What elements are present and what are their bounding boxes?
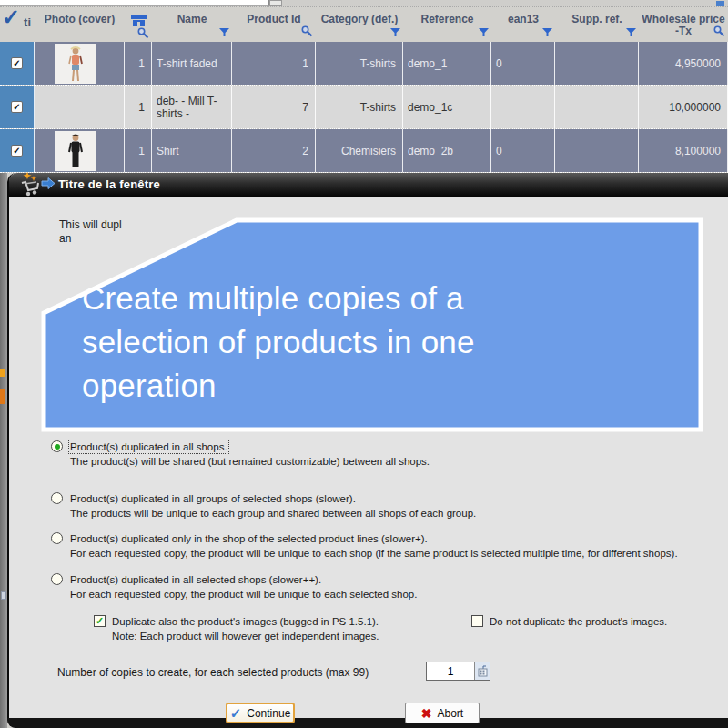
checkbox-unchecked[interactable] xyxy=(471,615,483,627)
product-id-cell: 1 xyxy=(232,42,316,85)
reference-cell: demo_1c xyxy=(403,86,491,128)
product-table: ✓ ti Photo (cover) Name Product Id xyxy=(0,6,728,173)
dialog-titlebar[interactable]: Titre de la fenêtre xyxy=(9,173,728,197)
top-input-sliver xyxy=(0,0,269,6)
supp-ref-cell xyxy=(555,86,639,128)
top-edge-strip xyxy=(0,0,728,6)
col-header-name[interactable]: Name xyxy=(152,7,232,42)
select-col-label: ti xyxy=(24,16,31,28)
checkbox-duplicate-images: ✓ Duplicate also the product's images (b… xyxy=(94,615,379,642)
col-header-ean13[interactable]: ean13 xyxy=(491,7,555,42)
table-header: ✓ ti Photo (cover) Name Product Id xyxy=(0,6,728,42)
ean13-cell xyxy=(491,86,555,128)
col-header-select[interactable]: ✓ ti xyxy=(0,7,35,42)
checkbox-note: Note: Each product will however get inde… xyxy=(112,631,379,642)
row-checkbox[interactable]: ✓ xyxy=(11,145,23,157)
filter-funnel-icon[interactable] xyxy=(479,28,489,40)
option-label[interactable]: Product(s) duplicated in all groups of s… xyxy=(70,493,356,504)
background-left-strip xyxy=(0,173,7,728)
checkbox-label[interactable]: Do not duplicate the product's images. xyxy=(490,616,667,627)
abort-button[interactable]: ✖ Abort xyxy=(405,703,480,723)
option-duplicate-shop-of-lines: Product(s) duplicated only in the shop o… xyxy=(51,532,678,559)
continue-button[interactable]: ✓ Continue xyxy=(226,703,295,723)
name-cell: deb- - Mill T-shirts - xyxy=(152,86,232,128)
col-header-product-id[interactable]: Product Id xyxy=(232,7,316,42)
shops-cell: 1 xyxy=(125,86,152,128)
radio-unselected[interactable] xyxy=(51,532,63,544)
checkbox-checked[interactable]: ✓ xyxy=(94,615,106,627)
product-photo xyxy=(55,131,96,171)
col-header-photo[interactable]: Photo (cover) xyxy=(35,7,125,42)
dialog-bottom-edge xyxy=(7,718,728,728)
filter-funnel-icon[interactable] xyxy=(542,28,552,40)
option-description: The product(s) will be shared (but remai… xyxy=(70,456,430,467)
photo-cell xyxy=(35,42,125,85)
shops-cell: 1 xyxy=(125,129,152,172)
ean13-cell: 0 xyxy=(491,129,555,172)
wholesale-price-cell: 10,000000 xyxy=(639,86,728,128)
dialog-title: Titre de la fenêtre xyxy=(58,177,160,191)
reference-cell: demo_2b xyxy=(403,129,491,172)
option-description: The products will be unique to each grou… xyxy=(70,508,476,519)
category-cell: Chemisiers xyxy=(316,129,403,172)
copies-count-label: Number of copies to create, for each sel… xyxy=(57,666,369,679)
col-header-shops[interactable] xyxy=(125,7,152,42)
duplicate-products-dialog: Titre de la fenêtre This will dupl an Cr… xyxy=(7,173,728,728)
top-grip xyxy=(269,0,282,6)
checkbox-no-duplicate-images: Do not duplicate the product's images. xyxy=(471,615,667,627)
table-row[interactable]: ✓ 1 deb- - Mill T-shirts - 7 T-shirts de… xyxy=(0,86,728,129)
table-row[interactable]: ✓ 1 T-shirt faded 1 T-shirts demo_1 0 xyxy=(0,42,728,86)
filter-funnel-icon[interactable] xyxy=(390,28,400,40)
search-icon[interactable] xyxy=(713,25,725,40)
search-icon[interactable] xyxy=(301,25,313,40)
wholesale-price-cell: 8,100000 xyxy=(639,129,728,172)
product-id-cell: 7 xyxy=(232,86,316,128)
shops-cell: 1 xyxy=(125,42,152,85)
calculator-spin-button[interactable] xyxy=(474,662,490,680)
col-header-reference[interactable]: Reference xyxy=(403,7,491,42)
table-row[interactable]: ✓ 1 Shirt 2 Chemisiers demo_2b 0 8,10000… xyxy=(0,129,728,173)
wholesale-price-cell: 4,950000 xyxy=(639,42,728,85)
option-duplicate-groups: Product(s) duplicated in all groups of s… xyxy=(51,492,476,519)
abort-button-label: Abort xyxy=(438,707,464,720)
product-photo xyxy=(55,44,96,84)
col-header-supp-ref[interactable]: Supp. ref. xyxy=(555,7,639,42)
category-cell: T-shirts xyxy=(316,86,403,128)
photo-cell xyxy=(35,129,125,172)
copies-count-group xyxy=(426,662,490,681)
cross-icon: ✖ xyxy=(421,706,432,721)
col-label: Supp. ref. xyxy=(571,13,622,25)
option-label[interactable]: Product(s) duplicated only in the shop o… xyxy=(70,533,428,544)
row-checkbox[interactable]: ✓ xyxy=(11,101,23,113)
col-label: Product Id xyxy=(247,13,300,25)
search-icon[interactable] xyxy=(137,27,149,42)
col-header-wholesale-price[interactable]: Wholesale price -Tx xyxy=(639,7,728,42)
background-small-widget xyxy=(1,592,6,600)
option-duplicate-all-shops: Product(s) duplicated in all shops. The … xyxy=(51,440,430,467)
checkbox-label[interactable]: Duplicate also the product's images (bug… xyxy=(112,616,379,627)
col-label: Category (def.) xyxy=(321,13,399,25)
col-label: Name xyxy=(177,13,207,25)
option-description: For each requested copy, the product wil… xyxy=(70,548,678,559)
copies-count-input[interactable] xyxy=(427,662,474,680)
col-label: ean13 xyxy=(508,13,539,25)
category-cell: T-shirts xyxy=(316,42,403,85)
option-description: For each requested copy, the product wil… xyxy=(70,589,417,600)
filter-funnel-icon[interactable] xyxy=(626,28,636,40)
product-id-cell: 2 xyxy=(232,129,316,172)
radio-selected[interactable] xyxy=(51,440,63,452)
col-header-category[interactable]: Category (def.) xyxy=(316,7,403,42)
photo-cell xyxy=(35,86,125,128)
filter-funnel-icon[interactable] xyxy=(219,28,229,40)
check-icon: ✓ xyxy=(230,705,242,722)
radio-unselected[interactable] xyxy=(51,573,63,585)
option-label[interactable]: Product(s) duplicated in all shops. xyxy=(70,441,228,452)
radio-unselected[interactable] xyxy=(51,492,63,504)
dialog-body: This will dupl an Create multiple copies… xyxy=(9,197,728,718)
background-orange-mark xyxy=(0,369,5,377)
col-label: Reference xyxy=(420,13,473,25)
continue-button-label: Continue xyxy=(247,707,290,720)
option-label[interactable]: Product(s) duplicated in all selected sh… xyxy=(70,574,321,585)
row-checkbox[interactable]: ✓ xyxy=(11,57,23,69)
select-all-check-icon[interactable]: ✓ xyxy=(2,11,20,23)
